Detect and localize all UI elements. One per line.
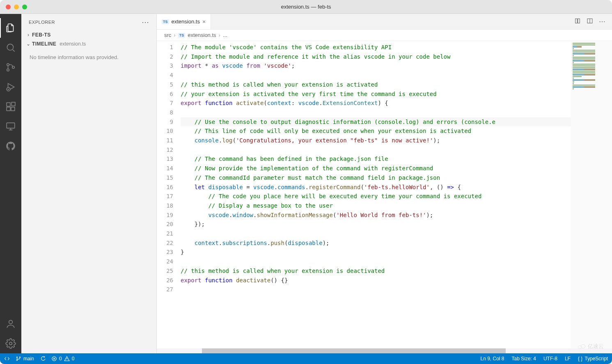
tab-actions: ⋯ <box>574 14 612 29</box>
more-actions-icon[interactable]: ⋯ <box>599 18 605 25</box>
status-bar: main 0 0 Ln 9, Col 8 Tab Size: 4 UTF-8 L… <box>0 353 612 364</box>
settings-gear-icon[interactable] <box>0 334 21 353</box>
window-title: extension.ts — feb-ts <box>281 4 331 10</box>
svg-point-0 <box>7 44 13 50</box>
close-window-button[interactable] <box>6 5 11 9</box>
sidebar: EXPLORER ⋯ › FEB-TS ⌄ TIMELINE extension… <box>21 14 157 353</box>
error-count: 0 <box>59 356 62 362</box>
svg-rect-6 <box>7 107 10 111</box>
language-mode[interactable]: { } TypeScript <box>578 356 608 362</box>
compare-changes-icon[interactable] <box>574 18 581 26</box>
explorer-title: EXPLORER <box>29 20 55 25</box>
source-control-icon[interactable] <box>0 57 21 77</box>
chevron-right-icon: › <box>25 32 31 38</box>
explorer-more-icon[interactable]: ⋯ <box>142 18 149 27</box>
timeline-section[interactable]: ⌄ TIMELINE extension.ts <box>21 39 156 48</box>
svg-point-15 <box>16 357 17 357</box>
breadcrumb-seg-symbol[interactable]: ... <box>223 32 227 38</box>
watermark-logo: 亿速云 <box>577 343 604 350</box>
account-icon[interactable] <box>0 314 21 334</box>
timeline-label: TIMELINE <box>32 41 56 47</box>
ts-badge-icon: TS <box>178 33 186 38</box>
code-editor[interactable]: 1234567891011121314151617181920212223242… <box>157 41 612 348</box>
minimap[interactable] <box>571 41 612 348</box>
indentation[interactable]: Tab Size: 4 <box>512 356 536 362</box>
chevron-down-icon: ⌄ <box>25 41 31 47</box>
remote-indicator[interactable] <box>4 356 10 362</box>
scrollbar-thumb[interactable] <box>202 348 506 353</box>
explorer-icon[interactable] <box>0 18 21 38</box>
sidebar-header: EXPLORER ⋯ <box>21 14 156 30</box>
titlebar: extension.ts — feb-ts <box>0 0 612 14</box>
split-editor-icon[interactable] <box>587 18 593 26</box>
problems-indicator[interactable]: 0 0 <box>51 356 74 362</box>
horizontal-scrollbar[interactable] <box>157 348 612 353</box>
encoding[interactable]: UTF-8 <box>543 356 557 362</box>
breadcrumb-seg-src[interactable]: src <box>164 32 171 38</box>
warning-count: 0 <box>72 356 75 362</box>
tabs-row: TS extension.ts × ⋯ <box>157 14 612 30</box>
folder-name: FEB-TS <box>32 32 51 38</box>
sync-button[interactable] <box>40 356 46 362</box>
folder-section[interactable]: › FEB-TS <box>21 30 156 39</box>
traffic-lights <box>6 5 27 9</box>
tab-close-icon[interactable]: × <box>202 18 206 25</box>
code-content[interactable]: // The module 'vscode' contains the VS C… <box>181 41 571 348</box>
extensions-icon[interactable] <box>0 97 21 117</box>
svg-rect-9 <box>7 123 15 128</box>
svg-point-16 <box>16 359 17 360</box>
eol[interactable]: LF <box>565 356 571 362</box>
svg-point-17 <box>19 357 20 357</box>
timeline-empty-message: No timeline information was provided. <box>21 48 156 66</box>
svg-rect-7 <box>11 107 15 111</box>
svg-point-10 <box>9 320 13 324</box>
breadcrumb-seg-file[interactable]: extension.ts <box>188 32 216 38</box>
activity-bar <box>0 14 21 353</box>
search-icon[interactable] <box>0 38 21 57</box>
svg-rect-13 <box>578 18 580 23</box>
branch-name: main <box>23 356 34 362</box>
line-number-gutter: 1234567891011121314151617181920212223242… <box>157 41 181 348</box>
tab-extension-ts[interactable]: TS extension.ts × <box>157 14 211 29</box>
svg-point-1 <box>7 64 9 66</box>
maximize-window-button[interactable] <box>22 5 27 9</box>
git-branch[interactable]: main <box>16 356 34 362</box>
timeline-file: extension.ts <box>60 41 86 47</box>
svg-rect-5 <box>7 103 10 106</box>
svg-rect-12 <box>575 18 578 23</box>
remote-explorer-icon[interactable] <box>0 117 21 136</box>
run-debug-icon[interactable] <box>0 77 21 97</box>
ts-badge-icon: TS <box>162 19 169 24</box>
svg-point-2 <box>7 69 9 71</box>
svg-point-11 <box>9 342 12 345</box>
svg-rect-8 <box>11 102 15 106</box>
editor-area: TS extension.ts × ⋯ src › TS extension.t… <box>157 14 612 353</box>
breadcrumb[interactable]: src › TS extension.ts › ... <box>157 30 612 41</box>
minimize-window-button[interactable] <box>14 5 19 9</box>
github-icon[interactable] <box>0 136 21 156</box>
cursor-position[interactable]: Ln 9, Col 8 <box>481 356 504 362</box>
tab-label: extension.ts <box>172 18 200 25</box>
